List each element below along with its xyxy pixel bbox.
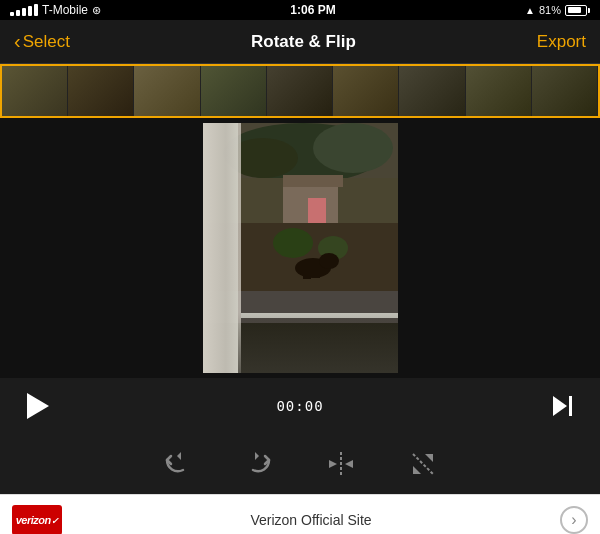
film-thumb-3[interactable]: [134, 66, 200, 116]
skip-end-icon: [553, 396, 572, 416]
svg-rect-7: [308, 198, 326, 226]
svg-point-14: [319, 253, 339, 269]
back-button[interactable]: ‹ Select: [14, 30, 70, 53]
svg-marker-19: [177, 452, 181, 460]
rotate-left-icon: [161, 448, 193, 480]
export-button[interactable]: Export: [537, 32, 586, 52]
wifi-icon: ⊛: [92, 4, 101, 17]
ad-chevron-right-icon[interactable]: ›: [560, 506, 588, 534]
rotate-left-button[interactable]: [156, 443, 198, 485]
svg-marker-25: [413, 466, 421, 474]
svg-marker-20: [255, 452, 259, 460]
film-thumb-2[interactable]: [68, 66, 134, 116]
flip-horizontal-icon: [325, 448, 357, 480]
verizon-logo-text: verizon✓: [16, 514, 59, 526]
film-thumb-1[interactable]: [2, 66, 68, 116]
carrier-label: T-Mobile: [42, 3, 88, 17]
back-label: Select: [23, 32, 70, 52]
time-display: 00:00: [276, 398, 323, 414]
signal-icon: [10, 4, 38, 16]
ad-logo: verizon✓: [12, 505, 62, 535]
skip-end-button[interactable]: [544, 388, 580, 424]
window-frame-overlay: [203, 123, 241, 373]
ad-text: Verizon Official Site: [250, 512, 371, 528]
nav-bar: ‹ Select Rotate & Flip Export: [0, 20, 600, 64]
film-thumb-8[interactable]: [466, 66, 532, 116]
svg-rect-6: [283, 175, 343, 187]
flip-diagonal-icon: [407, 448, 439, 480]
film-thumb-4[interactable]: [201, 66, 267, 116]
controls-bar: 00:00: [0, 378, 600, 434]
verizon-logo: verizon✓: [12, 505, 62, 535]
svg-rect-13: [313, 263, 320, 278]
transform-bar: [0, 434, 600, 494]
battery-icon: [565, 5, 590, 16]
film-thumb-7[interactable]: [399, 66, 465, 116]
flip-horizontal-button[interactable]: [320, 443, 362, 485]
film-strip[interactable]: [0, 64, 600, 118]
rotate-right-icon: [243, 448, 275, 480]
page-title: Rotate & Flip: [251, 32, 356, 52]
status-right: ▲ 81%: [525, 4, 590, 16]
location-icon: ▲: [525, 5, 535, 16]
battery-percent: 81%: [539, 4, 561, 16]
flip-diagonal-button[interactable]: [402, 443, 444, 485]
svg-marker-23: [345, 460, 353, 468]
rotate-right-button[interactable]: [238, 443, 280, 485]
film-thumb-5[interactable]: [267, 66, 333, 116]
status-time: 1:06 PM: [290, 3, 335, 17]
chevron-left-icon: ‹: [14, 30, 21, 53]
play-button[interactable]: [20, 388, 56, 424]
film-thumb-9[interactable]: [532, 66, 598, 116]
svg-rect-12: [303, 263, 311, 279]
svg-point-9: [273, 228, 313, 258]
video-frame: [203, 123, 398, 373]
svg-marker-26: [425, 454, 433, 462]
play-icon: [27, 393, 49, 419]
ad-banner[interactable]: verizon✓ Verizon Official Site ›: [0, 494, 600, 534]
video-area: [0, 118, 600, 378]
svg-marker-22: [329, 460, 337, 468]
status-left: T-Mobile ⊛: [10, 3, 101, 17]
svg-point-2: [313, 123, 393, 173]
video-bottom-overlay: [238, 313, 398, 373]
film-thumb-6[interactable]: [333, 66, 399, 116]
status-bar: T-Mobile ⊛ 1:06 PM ▲ 81%: [0, 0, 600, 20]
